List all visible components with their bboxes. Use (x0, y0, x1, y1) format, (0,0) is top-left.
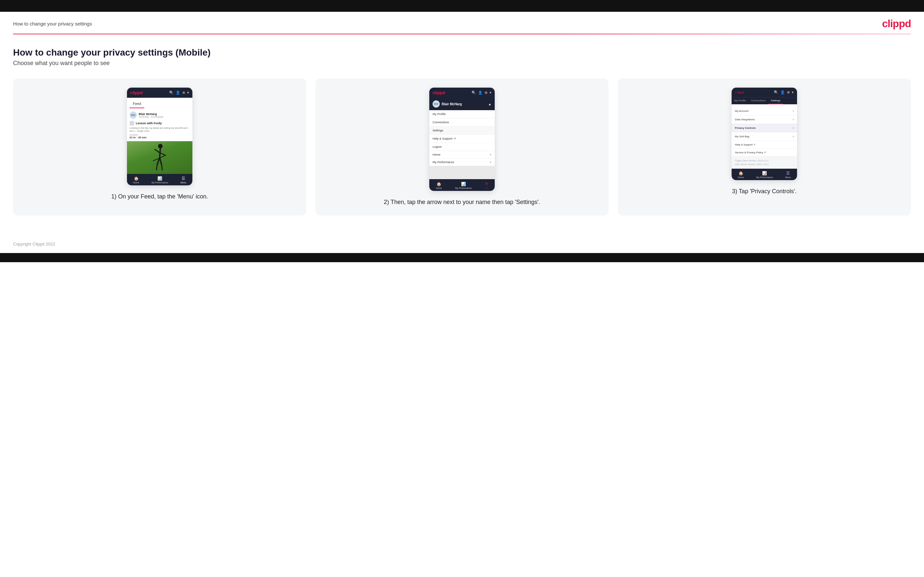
myaccount-label: My Account (735, 110, 748, 113)
duration-value: 01 hr : 30 min (129, 136, 190, 139)
chevron-down-icon-3: ▾ (792, 90, 794, 95)
logout-label: Logout (433, 145, 442, 148)
page-subheading: Choose what you want people to see (13, 60, 911, 67)
dataintegrations-label: Data Integrations (735, 118, 755, 121)
serviceprivacy-label: Service & Privacy Policy ↗ (735, 151, 766, 154)
main-content: How to change your privacy settings (Mob… (0, 34, 924, 235)
menu-overlay (429, 166, 495, 179)
mygolfbag-label: My Golf Bag (735, 135, 749, 138)
settings-tabs: My Profile Connections Settings (732, 97, 797, 104)
settings-item-myaccount[interactable]: My Account › (732, 107, 797, 115)
mygolfbag-chevron: › (793, 135, 794, 138)
menu-item-connections[interactable]: Connections (429, 118, 495, 127)
nav-home-3-label: Home (738, 176, 744, 179)
copyright-text: Copyright Clippd 2022 (13, 242, 55, 247)
phone-2-logo: clippd (433, 90, 445, 95)
svg-line-5 (160, 158, 162, 165)
feed-image (127, 141, 192, 174)
nav-performance: 📊 My Performance (152, 176, 168, 184)
menu-user-left: BM Blair McHarg (433, 100, 462, 108)
lesson-title: Lesson with Fordy (136, 122, 162, 125)
nav-menu[interactable]: ☰ Menu (181, 176, 186, 184)
settings-item-serviceprivacy[interactable]: Service & Privacy Policy ↗ (732, 149, 797, 156)
close-icon: ✕ (485, 181, 488, 186)
nav-home-2-label: Home (436, 187, 442, 189)
phone-1-bottom-nav: 🏠 Home 📊 My Performance ☰ Menu (127, 174, 192, 185)
settings-label: Settings (433, 129, 443, 132)
tab-settings[interactable]: Settings (768, 97, 783, 104)
tab-myprofile[interactable]: My Profile (732, 97, 749, 104)
menu-nav-performance[interactable]: My Performance ▾ (429, 158, 495, 166)
dataintegrations-chevron: › (793, 118, 794, 121)
menu-user-name: Blair McHarg (442, 102, 462, 106)
svg-line-6 (157, 165, 157, 170)
search-icon: 🔍 (169, 90, 174, 95)
feed-tab: Feed (129, 100, 144, 108)
nav-close[interactable]: ✕ ✕ (485, 181, 488, 189)
feed-post-header: BM Blair McHarg Yesterday · Sunningdale (129, 111, 190, 119)
search-icon: 🔍 (472, 90, 476, 95)
menu-item-settings[interactable]: Settings (429, 127, 495, 135)
phone-3-bottom-nav: 🏠 Home 📊 My Performance ☰ Menu (732, 169, 797, 180)
nav-home-expand-label: Home (433, 153, 440, 156)
feed-user-sub: Yesterday · Sunningdale (139, 116, 163, 118)
menu-nav-home[interactable]: Home ▾ (429, 151, 495, 158)
home-icon: 🏠 (134, 176, 139, 181)
feed-post: BM Blair McHarg Yesterday · Sunningdale … (127, 110, 192, 141)
lesson-icon: 📋 (129, 121, 134, 126)
user-icon-3: 👤 (780, 90, 785, 95)
nav-perf-expand-label: My Performance (433, 161, 454, 164)
phone-2-bottom-nav: 🏠 Home 📊 My Performance ✕ ✕ (429, 179, 495, 191)
settings-item-mygolfbag[interactable]: My Golf Bag › (732, 132, 797, 141)
phone-1-header: clippd 🔍 👤 ⊕ ▾ (127, 88, 192, 98)
settings-item-privacycontrols[interactable]: Privacy Controls › (732, 124, 797, 132)
feed-user-name: Blair McHarg (139, 113, 163, 116)
steps-row: clippd 🔍 👤 ⊕ ▾ Feed BM (13, 79, 911, 216)
logo: clippd (882, 18, 911, 30)
phone-1-icons: 🔍 👤 ⊕ ▾ (169, 90, 189, 95)
phone-3-icons: 🔍 👤 ⊕ ▾ (774, 90, 794, 95)
breadcrumb: How to change your privacy settings (13, 21, 92, 26)
home-icon-2: 🏠 (436, 182, 441, 186)
nav-close-label: ✕ (486, 187, 488, 189)
menu-item-logout[interactable]: Logout (429, 143, 495, 151)
svg-point-0 (158, 144, 163, 148)
nav-performance-2-label: My Performance (455, 187, 472, 189)
nav-home-2: 🏠 Home (436, 182, 442, 189)
duration-label: Duration (129, 134, 190, 136)
back-button[interactable]: < Back (735, 91, 744, 94)
settings-item-helpsupport[interactable]: Help & Support ↗ (732, 141, 797, 149)
menu-item-myprofile[interactable]: My Profile (429, 110, 495, 118)
header: How to change your privacy settings clip… (0, 12, 924, 34)
user-icon: 👤 (478, 90, 483, 95)
footer: Copyright Clippd 2022 (0, 235, 924, 253)
chevron-down-icon: ▾ (489, 90, 491, 95)
circle-icon: ⊕ (182, 90, 185, 95)
nav-performance-3: 📊 My Performance (756, 171, 773, 179)
nav-performance-label: My Performance (152, 181, 168, 184)
step-3-caption: 3) Tap 'Privacy Controls'. (732, 187, 797, 195)
myaccount-chevron: › (793, 109, 794, 113)
perf-expand-chevron: ▾ (490, 161, 491, 164)
settings-screen: My Account › Data Integrations › Privacy… (732, 107, 797, 169)
circle-icon: ⊕ (485, 90, 488, 95)
nav-menu-3[interactable]: ☰ Menu (785, 171, 791, 179)
expand-chevron[interactable]: ▲ (488, 102, 491, 106)
nav-home-3: 🏠 Home (738, 171, 744, 179)
phone-1-logo: clippd (130, 90, 143, 95)
settings-item-dataintegrations[interactable]: Data Integrations › (732, 115, 797, 124)
helpsupport-label: Help & Support ↗ (735, 143, 756, 146)
step-3-phone: < Back 🔍 👤 ⊕ ▾ My Profile Connections Se… (732, 88, 797, 180)
menu-user-row: BM Blair McHarg ▲ (429, 98, 495, 110)
nav-menu-3-label: Menu (785, 176, 791, 179)
top-bar (0, 0, 924, 12)
privacycontrols-chevron: › (793, 126, 794, 130)
feed-lesson-row: 📋 Lesson with Fordy (129, 120, 190, 127)
version-line-1: Clippd Client Version: 2022.8.3-3 (735, 159, 794, 163)
nav-performance-2: 📊 My Performance (455, 182, 472, 189)
step-2-caption: 2) Then, tap the arrow next to your name… (384, 198, 540, 206)
step-1-card: clippd 🔍 👤 ⊕ ▾ Feed BM (13, 79, 306, 216)
menu-item-help[interactable]: Help & Support ↗ (429, 135, 495, 143)
tab-connections[interactable]: Connections (749, 97, 768, 104)
nav-home-label: Home (133, 181, 139, 184)
